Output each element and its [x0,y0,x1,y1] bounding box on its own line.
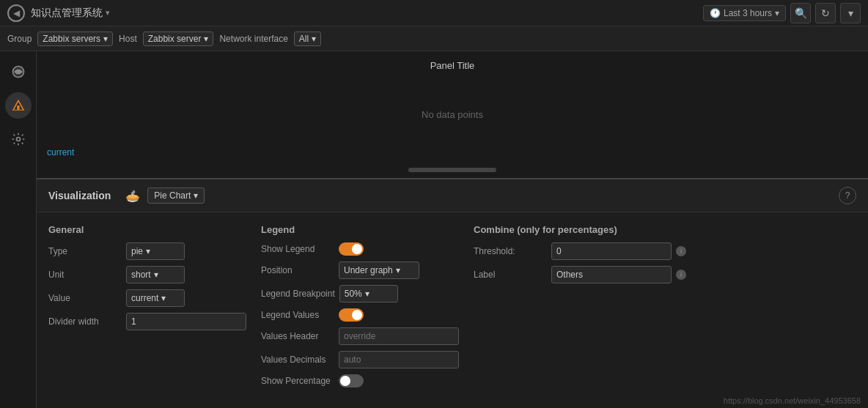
type-row: Type pie ▾ [48,242,246,260]
help-button[interactable]: ? [839,187,856,204]
label-input[interactable] [551,266,672,283]
position-row: Position Under graph ▾ [261,262,459,279]
divider-label: Divider width [48,316,122,327]
legend-values-row: Legend Values [261,308,459,322]
values-header-input[interactable] [339,327,459,345]
panel-title: Panel Title [430,60,475,71]
show-percentage-toggle[interactable] [339,374,364,387]
unit-select[interactable]: short ▾ [126,266,185,283]
pie-chart-icon: 🥧 [125,189,140,203]
show-legend-row: Show Legend [261,242,459,256]
all-select[interactable]: All ▾ [294,31,321,46]
time-range-button[interactable]: 🕐 Last 3 hours ▾ [703,5,786,21]
toggle-knob [352,244,362,254]
sidebar-icon-chart[interactable] [5,92,32,119]
all-arrow: ▾ [312,34,316,44]
threshold-row: Threshold: i [474,242,686,260]
values-decimals-label: Values Decimals [261,355,334,365]
sidebar-icon-settings[interactable] [5,126,32,152]
viz-header: Visualization 🥧 Pie Chart ▾ ? [37,179,868,212]
values-header-label: Values Header [261,331,334,341]
value-select[interactable]: current ▾ [126,289,185,307]
time-arrow-icon: ▾ [775,8,779,18]
app-title: 知识点管理系统 [31,7,103,20]
sidebar [0,51,37,408]
position-value: Under graph [344,265,393,275]
settings-panel: Visualization 🥧 Pie Chart ▾ ? General Ty… [37,179,868,408]
main-layout: Panel Title No data points current Visua… [0,51,868,408]
scrollbar[interactable] [408,168,496,172]
content-area: Panel Title No data points current Visua… [37,51,868,408]
panel-preview: Panel Title No data points current [37,51,868,179]
show-legend-label: Show Legend [261,244,334,254]
type-select[interactable]: pie ▾ [126,242,185,260]
current-label: current [47,147,74,157]
host-select[interactable]: Zabbix server ▾ [143,31,214,46]
values-header-row: Values Header [261,327,459,345]
chart-type-value: Pie Chart [154,190,191,201]
top-bar-right: 🕐 Last 3 hours ▾ 🔍 ↻ ▾ [703,3,861,23]
sidebar-icon-layers[interactable] [5,59,32,85]
top-bar: ◀ 知识点管理系统 ▾ 🕐 Last 3 hours ▾ 🔍 ↻ ▾ [0,0,868,26]
refresh-button[interactable]: ↻ [815,3,836,23]
legend-values-label: Legend Values [261,310,334,320]
general-section: General Type pie ▾ Unit short ▾ [48,224,246,396]
all-value: All [299,34,309,44]
help-label: ? [845,190,850,201]
host-label: Host [119,34,137,44]
unit-arrow: ▾ [154,270,158,280]
filter-bar: Group Zabbix servers ▾ Host Zabbix serve… [0,26,868,51]
legend-values-toggle[interactable] [339,308,364,322]
group-label: Group [7,34,32,44]
time-range-label: Last 3 hours [724,8,772,18]
values-decimals-row: Values Decimals [261,351,459,368]
percentage-knob [340,376,350,386]
threshold-input[interactable] [551,242,672,260]
divider-input[interactable] [126,313,246,330]
combine-section: Combine (only for percentages) Threshold… [474,224,686,396]
label-row: Label i [474,266,686,283]
group-select[interactable]: Zabbix servers ▾ [37,31,113,46]
refresh-arrow-button[interactable]: ▾ [840,3,861,23]
host-value: Zabbix server [148,34,202,44]
viz-title: Visualization [48,190,111,201]
divider-row: Divider width [48,313,246,330]
position-label: Position [261,265,334,275]
breakpoint-arrow: ▾ [365,289,369,299]
general-title: General [48,224,246,235]
threshold-info-icon[interactable]: i [676,246,686,256]
value-arrow: ▾ [161,293,166,303]
legend-values-knob [352,310,362,320]
back-button[interactable]: ◀ [7,4,25,22]
network-label: Network interface [219,34,287,44]
position-select[interactable]: Under graph ▾ [339,262,419,279]
show-legend-toggle[interactable] [339,242,364,256]
values-decimals-input[interactable] [339,351,459,368]
breakpoint-value: 50% [345,289,362,299]
no-data-label: No data points [422,109,483,120]
value-row: Value current ▾ [48,289,246,307]
form-sections: General Type pie ▾ Unit short ▾ [37,212,868,408]
legend-section: Legend Show Legend Position Under graph … [261,224,459,396]
breakpoint-label: Legend Breakpoint [261,289,335,299]
group-arrow: ▾ [103,34,108,44]
legend-title: Legend [261,224,459,235]
search-button[interactable]: 🔍 [790,3,811,23]
clock-icon: 🕐 [710,8,721,18]
host-arrow: ▾ [204,34,208,44]
label-info-icon[interactable]: i [676,270,686,280]
app-title-arrow[interactable]: ▾ [106,8,110,18]
value-value: current [131,293,158,303]
value-label: Value [48,293,122,303]
chart-type-select[interactable]: Pie Chart ▾ [147,188,205,204]
combine-title: Combine (only for percentages) [474,224,686,235]
breakpoint-select[interactable]: 50% ▾ [339,285,398,303]
show-percentage-row: Show Percentage [261,374,459,387]
unit-label: Unit [48,270,122,280]
breakpoint-row: Legend Breakpoint 50% ▾ [261,285,459,303]
type-value: pie [131,246,143,256]
footer-link: https://blog.csdn.net/weixin_44953658 [724,396,861,405]
svg-point-4 [16,138,20,141]
type-label: Type [48,246,122,256]
label-label: Label [474,270,547,280]
